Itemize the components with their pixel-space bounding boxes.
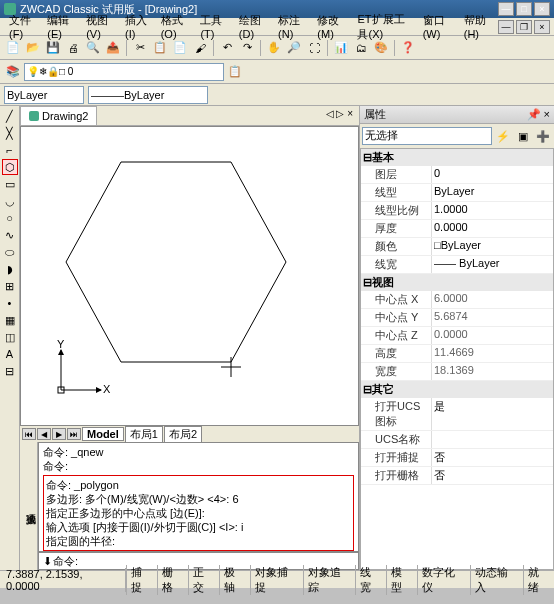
prop-value: 5.6874 bbox=[431, 309, 553, 326]
tab-first-icon[interactable]: ⏮ bbox=[22, 428, 36, 440]
crosshair-cursor bbox=[221, 357, 241, 377]
layer-states-icon[interactable]: 📋 bbox=[226, 63, 244, 81]
preview-icon[interactable]: 🔍 bbox=[84, 39, 102, 57]
toggle-model[interactable]: 模型 bbox=[386, 565, 417, 595]
prop-value[interactable]: 0.0000 bbox=[431, 220, 553, 237]
drawing-canvas[interactable]: X Y bbox=[20, 126, 359, 426]
prop-value[interactable]: □ByLayer bbox=[431, 238, 553, 255]
pline-icon[interactable]: ⌐ bbox=[2, 142, 18, 158]
selection-value: 无选择 bbox=[365, 129, 398, 141]
model-tab[interactable]: Model bbox=[82, 427, 124, 441]
toggle-pickadd-icon[interactable]: ➕ bbox=[534, 127, 552, 145]
prop-value[interactable]: 1.0000 bbox=[431, 202, 553, 219]
menu-edit[interactable]: 编辑(E) bbox=[42, 12, 79, 41]
cut-icon[interactable]: ✂ bbox=[131, 39, 149, 57]
menu-view[interactable]: 视图(V) bbox=[81, 12, 118, 41]
table-icon[interactable]: ⊟ bbox=[2, 363, 18, 379]
menu-modify[interactable]: 修改(M) bbox=[312, 12, 350, 41]
prop-value[interactable]: ByLayer bbox=[431, 184, 553, 201]
menu-insert[interactable]: 插入(I) bbox=[120, 12, 154, 41]
tab-prev-icon[interactable]: ◀ bbox=[37, 428, 51, 440]
save-icon[interactable]: 💾 bbox=[44, 39, 62, 57]
publish-icon[interactable]: 📤 bbox=[104, 39, 122, 57]
circle-icon[interactable]: ○ bbox=[2, 210, 18, 226]
new-icon[interactable]: 📄 bbox=[4, 39, 22, 57]
design-center-icon[interactable]: 🗂 bbox=[352, 39, 370, 57]
doc-minimize-button[interactable]: — bbox=[498, 20, 514, 34]
polygon-icon[interactable]: ⬡ bbox=[2, 159, 18, 175]
spline-icon[interactable]: ∿ bbox=[2, 227, 18, 243]
zoom-extents-icon[interactable]: ⛶ bbox=[305, 39, 323, 57]
menu-file[interactable]: 文件(F) bbox=[4, 12, 40, 41]
group-view[interactable]: ⊟ 视图 bbox=[361, 274, 553, 291]
pan-icon[interactable]: ✋ bbox=[265, 39, 283, 57]
quick-select-icon[interactable]: ⚡ bbox=[494, 127, 512, 145]
line-icon[interactable]: ╱ bbox=[2, 108, 18, 124]
print-icon[interactable]: 🖨 bbox=[64, 39, 82, 57]
group-basic[interactable]: ⊟ 基本 bbox=[361, 149, 553, 166]
close-button[interactable]: × bbox=[534, 2, 550, 16]
menu-tools[interactable]: 工具(T) bbox=[195, 12, 231, 41]
tab-nav-icons[interactable]: ◁ ▷ × bbox=[320, 106, 359, 125]
selection-dropdown[interactable]: 无选择 bbox=[362, 127, 492, 145]
block-icon[interactable]: ⊞ bbox=[2, 278, 18, 294]
paste-icon[interactable]: 📄 bbox=[171, 39, 189, 57]
prop-value[interactable]: 0 bbox=[431, 166, 553, 183]
select-objects-icon[interactable]: ▣ bbox=[514, 127, 532, 145]
linetype-dropdown[interactable]: ——— ByLayer bbox=[88, 86, 208, 104]
doc-tab-drawing2[interactable]: Drawing2 bbox=[20, 106, 97, 125]
menu-window[interactable]: 窗口(W) bbox=[418, 12, 457, 41]
menu-dimension[interactable]: 标注(N) bbox=[273, 12, 310, 41]
ellipse-arc-icon[interactable]: ◗ bbox=[2, 261, 18, 277]
redo-icon[interactable]: ↷ bbox=[238, 39, 256, 57]
tab-next-icon[interactable]: ▶ bbox=[52, 428, 66, 440]
ellipse-icon[interactable]: ⬭ bbox=[2, 244, 18, 260]
toggle-snap[interactable]: 捕捉 bbox=[126, 565, 157, 595]
layer-dropdown[interactable]: 💡❄🔒□ 0 bbox=[24, 63, 224, 81]
layer-manager-icon[interactable]: 📚 bbox=[4, 63, 22, 81]
maximize-button[interactable]: □ bbox=[516, 2, 532, 16]
toggle-otrack[interactable]: 对象追踪 bbox=[303, 565, 356, 595]
properties-icon[interactable]: 📊 bbox=[332, 39, 350, 57]
toggle-tablet[interactable]: 数字化仪 bbox=[417, 565, 470, 595]
doc-close-button[interactable]: × bbox=[534, 20, 550, 34]
match-icon[interactable]: 🖌 bbox=[191, 39, 209, 57]
layout1-tab[interactable]: 布局1 bbox=[125, 426, 163, 443]
hatch-icon[interactable]: ▦ bbox=[2, 312, 18, 328]
prop-value[interactable]: 是 bbox=[431, 398, 553, 430]
region-icon[interactable]: ◫ bbox=[2, 329, 18, 345]
menu-help[interactable]: 帮助(H) bbox=[459, 12, 496, 41]
svg-text:Y: Y bbox=[57, 340, 65, 350]
prop-label: 线宽 bbox=[361, 256, 431, 273]
help-icon[interactable]: ❓ bbox=[399, 39, 417, 57]
group-other[interactable]: ⊟ 其它 bbox=[361, 381, 553, 398]
prop-value[interactable]: 否 bbox=[431, 467, 553, 484]
zoom-icon[interactable]: 🔎 bbox=[285, 39, 303, 57]
layout2-tab[interactable]: 布局2 bbox=[164, 426, 202, 443]
menu-draw[interactable]: 绘图(D) bbox=[234, 12, 271, 41]
rectangle-icon[interactable]: ▭ bbox=[2, 176, 18, 192]
xline-icon[interactable]: ╳ bbox=[2, 125, 18, 141]
point-icon[interactable]: • bbox=[2, 295, 18, 311]
copy-icon[interactable]: 📋 bbox=[151, 39, 169, 57]
minimize-button[interactable]: — bbox=[498, 2, 514, 16]
prop-value[interactable]: 否 bbox=[431, 449, 553, 466]
prop-value[interactable]: —— ByLayer bbox=[431, 256, 553, 273]
tool-palette-icon[interactable]: 🎨 bbox=[372, 39, 390, 57]
props-buttons[interactable]: 📌 × bbox=[527, 108, 550, 121]
toggle-osnap[interactable]: 对象捕捉 bbox=[250, 565, 303, 595]
tab-last-icon[interactable]: ⏭ bbox=[67, 428, 81, 440]
toggle-lwt[interactable]: 线宽 bbox=[355, 565, 386, 595]
doc-restore-button[interactable]: ❐ bbox=[516, 20, 532, 34]
toggle-grid[interactable]: 栅格 bbox=[157, 565, 188, 595]
toggle-dyn[interactable]: 动态输入 bbox=[470, 565, 523, 595]
open-icon[interactable]: 📂 bbox=[24, 39, 42, 57]
menu-format[interactable]: 格式(O) bbox=[156, 12, 194, 41]
text-icon[interactable]: A bbox=[2, 346, 18, 362]
svg-marker-0 bbox=[66, 162, 286, 362]
undo-icon[interactable]: ↶ bbox=[218, 39, 236, 57]
arc-icon[interactable]: ◡ bbox=[2, 193, 18, 209]
toggle-polar[interactable]: 极轴 bbox=[219, 565, 250, 595]
toggle-ortho[interactable]: 正交 bbox=[188, 565, 219, 595]
color-dropdown[interactable]: ByLayer bbox=[4, 86, 84, 104]
